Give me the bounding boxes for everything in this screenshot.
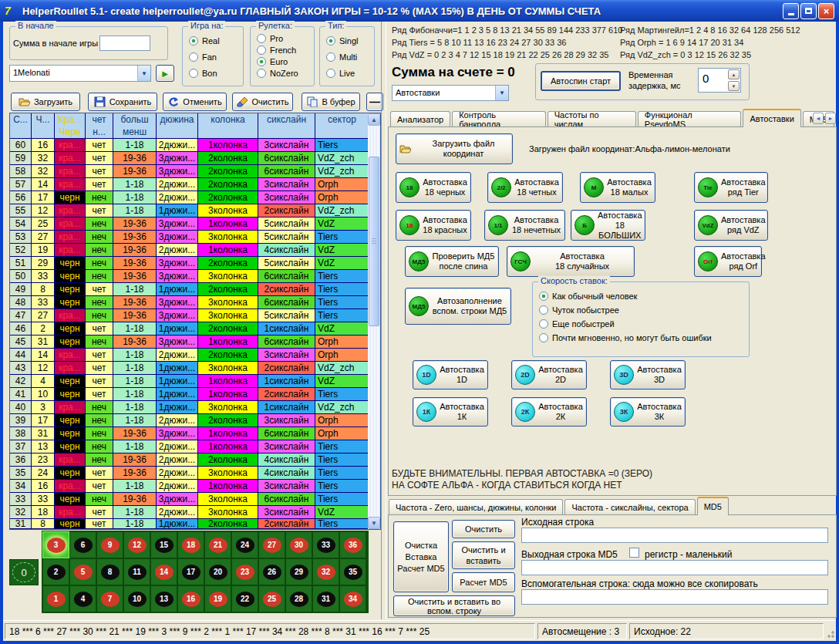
table-row[interactable]: 5932кра...чет19-363дюжи...2колонка6сиксл… xyxy=(10,152,369,165)
tab-Частоты по числам[interactable]: Частоты по числам xyxy=(548,111,636,127)
clear-button[interactable]: Очистить xyxy=(452,520,515,538)
tab-Частота - сикслайны, сектора[interactable]: Частота - сикслайны, сектора xyxy=(564,499,695,515)
radio-option-Real[interactable]: Real xyxy=(189,36,220,46)
radio-option-Почти мгновенно, но могут быть ошибки[interactable]: Почти мгновенно, но могут быть ошибки xyxy=(539,333,712,342)
table-row[interactable]: 403кра...неч1-181дюжи...3колонка1сикслай… xyxy=(10,401,369,414)
table-row[interactable]: 318чернчет1-181дюжи...2колонка2сикслайнT… xyxy=(10,519,369,529)
tab-MD5[interactable]: MD5 xyxy=(697,497,729,515)
table-row[interactable]: 5617черннеч1-182дюжи...2колонка3сикслайн… xyxy=(10,191,369,204)
stake-button-ряд-Tier[interactable]: TieАвтоставкаряд Tier xyxy=(694,172,768,203)
tab-Функционал PsevdoMS[interactable]: Функционал PsevdoMS xyxy=(638,111,742,127)
radio-option-Pro[interactable]: Pro xyxy=(257,34,298,43)
minimize-button[interactable] xyxy=(783,3,799,19)
tab-Контроль банкролла[interactable]: Контроль банкролла xyxy=(452,111,546,127)
stake-button-1К[interactable]: 1КАвтоставка1К xyxy=(413,397,488,427)
table-row[interactable]: 4110чернчет1-181дюжи...1колонка2сикслайн… xyxy=(10,388,369,401)
table-row[interactable]: 3218кра...чет1-182дюжи...3колонка3сиксла… xyxy=(10,506,369,519)
spin-down-icon[interactable]: ▼ xyxy=(728,81,740,91)
board-number-3[interactable]: 3 xyxy=(42,531,69,558)
radio-icon[interactable] xyxy=(326,69,335,78)
board-number-27[interactable]: 27 xyxy=(258,531,285,558)
delay-spinner[interactable]: 0 ▲ ▼ xyxy=(698,68,741,93)
board-number-2[interactable]: 2 xyxy=(42,558,69,585)
board-number-14[interactable]: 14 xyxy=(150,558,177,585)
table-row[interactable]: 5033черннеч19-363дюжи...3колонка6сикслай… xyxy=(10,270,369,283)
table-row[interactable]: 3713черннеч1-182дюжи...1колонка3сикслайн… xyxy=(10,440,369,453)
md5-out-input[interactable] xyxy=(521,560,828,575)
board-number-36[interactable]: 36 xyxy=(339,531,366,558)
chevron-down-icon[interactable]: ▼ xyxy=(495,86,508,100)
table-row[interactable]: 4531черннеч19-363дюжи...1колонка6сикслай… xyxy=(10,335,369,349)
board-number-6[interactable]: 6 xyxy=(69,531,96,558)
board-number-7[interactable]: 7 xyxy=(96,585,123,612)
radio-option-Как обычный человек[interactable]: Как обычный человек xyxy=(539,292,712,301)
radio-option-Bon[interactable]: Bon xyxy=(189,69,220,78)
board-number-13[interactable]: 13 xyxy=(150,585,177,612)
table-row[interactable]: 6016кра...чет1-182дюжи...1колонка3сиксла… xyxy=(10,139,369,152)
radio-option-Fan[interactable]: Fan xyxy=(189,52,220,62)
board-number-12[interactable]: 12 xyxy=(123,531,150,558)
table-row[interactable]: 5512кра...чет1-181дюжи...3колонка2сиксла… xyxy=(10,204,369,217)
clear-and-paste-button[interactable]: Очистить и вставить xyxy=(452,541,515,569)
radio-icon[interactable] xyxy=(326,52,335,62)
board-number-35[interactable]: 35 xyxy=(339,558,366,585)
board-number-25[interactable]: 25 xyxy=(258,585,285,612)
scroll-down-icon[interactable]: ▼ xyxy=(368,517,380,529)
radio-icon[interactable] xyxy=(257,57,266,66)
board-number-9[interactable]: 9 xyxy=(96,531,123,558)
table-row[interactable]: 4833черннеч19-363дюжи...3колонка6сикслай… xyxy=(10,296,369,309)
radio-option-Singl[interactable]: Singl xyxy=(326,36,358,46)
radio-icon[interactable] xyxy=(189,69,198,78)
stake-button-после-спина[interactable]: МД5Проверить МД5после спина xyxy=(405,246,499,277)
maximize-button[interactable] xyxy=(800,3,817,19)
register-checkbox[interactable] xyxy=(629,548,639,558)
board-number-8[interactable]: 8 xyxy=(96,558,123,585)
radio-icon[interactable] xyxy=(539,305,548,315)
board-number-33[interactable]: 33 xyxy=(312,531,339,558)
board-number-29[interactable]: 29 xyxy=(285,558,312,585)
table-scrollbar[interactable]: ▲ ▼ xyxy=(368,113,380,529)
board-number-10[interactable]: 10 xyxy=(123,585,150,612)
table-row[interactable]: 3524чернчет19-362дюжи...3колонка4сикслай… xyxy=(10,467,369,480)
board-number-26[interactable]: 26 xyxy=(258,558,285,585)
toolbar-button-clean-brush[interactable]: Очистить xyxy=(232,93,293,111)
stake-button-18-четных[interactable]: 2/2Автоставка18 четных xyxy=(487,172,563,203)
stake-button-18-черных[interactable]: 18Автоставка18 черных xyxy=(396,172,471,203)
board-number-1[interactable]: 1 xyxy=(42,585,69,612)
board-number-21[interactable]: 21 xyxy=(204,531,231,558)
scroll-up-icon[interactable]: ▲ xyxy=(368,113,380,126)
board-number-16[interactable]: 16 xyxy=(177,585,204,612)
radio-option-Еще побыстрей[interactable]: Еще побыстрей xyxy=(539,319,712,329)
source-string-input[interactable] xyxy=(521,528,828,543)
scrollbar-thumb[interactable] xyxy=(369,157,379,326)
stake-button-18-случайных[interactable]: ГСЧАвтоставка18 случайных xyxy=(507,246,635,277)
table-row[interactable]: 5219кра...неч19-362дюжи...1колонка4сиксл… xyxy=(10,244,369,257)
board-number-24[interactable]: 24 xyxy=(231,531,258,558)
stake-button-2D[interactable]: 2DАвтоставка2D xyxy=(511,360,587,389)
board-number-23[interactable]: 23 xyxy=(231,558,258,585)
stake-button-1D[interactable]: 1DАвтоставка1D xyxy=(413,360,488,389)
radio-icon[interactable] xyxy=(326,36,335,46)
start-sum-input[interactable] xyxy=(99,35,150,51)
table-row[interactable]: 424чернчет1-181дюжи...1колонка1сикслайнV… xyxy=(10,375,369,388)
stake-button-ряд-VdZ[interactable]: VdZАвтоставкаряд VdZ xyxy=(694,210,768,241)
table-row[interactable]: 5832кра...чет19-363дюжи...2колонка6сиксл… xyxy=(10,165,369,178)
autospin-start-button[interactable]: Автоспин старт xyxy=(541,71,621,91)
radio-icon[interactable] xyxy=(539,319,548,329)
tab-Автоставки[interactable]: Автоставки xyxy=(743,109,800,127)
table-row[interactable]: 3831черннеч19-363дюжи...1колонка6сикслай… xyxy=(10,427,369,440)
stake-button-18-БОЛЬШИХ[interactable]: БАвтоставка18 БОЛЬШИХ xyxy=(571,210,645,241)
toolbar-button-open-folder[interactable]: Загрузить xyxy=(11,93,80,111)
board-number-17[interactable]: 17 xyxy=(177,558,204,585)
tab-Частота - Zero, шансы, дюжины, колонки[interactable]: Частота - Zero, шансы, дюжины, колонки xyxy=(389,499,563,515)
play-button[interactable]: ▶ xyxy=(156,65,174,82)
table-row[interactable]: 5714кра...чет1-182дюжи...2колонка3сиксла… xyxy=(10,178,369,191)
radio-icon[interactable] xyxy=(257,34,266,43)
board-number-34[interactable]: 34 xyxy=(339,585,366,612)
board-number-18[interactable]: 18 xyxy=(177,531,204,558)
toolbar-button-save-floppy[interactable]: Сохранить xyxy=(88,93,157,111)
table-row[interactable]: 498чернчет1-181дюжи...2колонка2сикслайнT… xyxy=(10,283,369,296)
table-row[interactable]: 5327кра...неч19-363дюжи...3колонка5сиксл… xyxy=(10,231,369,244)
table-row[interactable]: 3917черннеч1-182дюжи...2колонка3сикслайн… xyxy=(10,414,369,427)
board-number-32[interactable]: 32 xyxy=(312,558,339,585)
